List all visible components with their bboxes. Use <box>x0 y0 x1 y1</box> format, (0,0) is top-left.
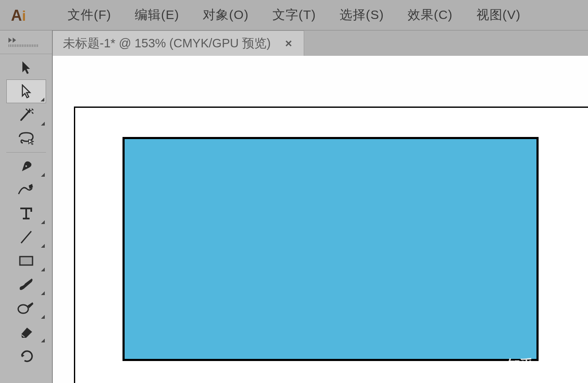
watermark: 知乎 @亲和 <box>507 356 580 375</box>
type-tool-icon <box>19 206 34 221</box>
svg-text:i: i <box>22 8 26 24</box>
paintbrush-tool[interactable] <box>6 273 46 296</box>
magic-wand-tool-icon <box>18 107 35 123</box>
menu-effect[interactable]: 效果(C) <box>396 6 465 24</box>
watermark-logo: 知乎 <box>507 356 533 375</box>
menu-bar: A i 文件(F) 编辑(E) 对象(O) 文字(T) 选择(S) 效果(C) … <box>0 0 588 30</box>
toolbar <box>0 30 53 383</box>
rotate-tool-icon <box>18 348 35 363</box>
menu-file[interactable]: 文件(F) <box>56 6 123 24</box>
menu-edit[interactable]: 编辑(E) <box>123 6 191 24</box>
svg-line-3 <box>21 231 31 243</box>
canvas[interactable] <box>53 56 588 383</box>
toolbar-expand-button[interactable] <box>8 38 16 43</box>
shaper-tool[interactable] <box>6 296 46 320</box>
direct-selection-tool[interactable] <box>6 79 46 103</box>
svg-text:A: A <box>11 7 22 24</box>
lasso-tool[interactable] <box>6 127 46 150</box>
curvature-tool[interactable] <box>6 178 46 202</box>
selection-tool[interactable] <box>6 56 46 79</box>
menu-select[interactable]: 选择(S) <box>328 6 396 24</box>
shaper-tool-icon <box>17 301 35 316</box>
rectangle-tool[interactable] <box>6 249 46 273</box>
selection-tool-icon <box>20 60 33 75</box>
svg-point-5 <box>18 305 28 313</box>
pen-tool[interactable] <box>6 154 46 178</box>
svg-rect-4 <box>20 257 33 265</box>
menu-type[interactable]: 文字(T) <box>261 6 328 24</box>
document-tab-title: 未标题-1* @ 153% (CMYK/GPU 预览) <box>63 35 271 52</box>
menu-object[interactable]: 对象(O) <box>191 6 260 24</box>
close-tab-button[interactable]: × <box>283 35 294 52</box>
eraser-tool-icon <box>18 324 35 339</box>
paintbrush-tool-icon <box>17 277 35 292</box>
svg-point-2 <box>25 165 27 167</box>
direct-selection-tool-icon <box>20 84 33 98</box>
rectangle-tool-icon <box>18 254 34 268</box>
magic-wand-tool[interactable] <box>6 103 46 127</box>
app-logo: A i <box>5 3 35 28</box>
rotate-tool[interactable] <box>6 344 46 367</box>
menu-view[interactable]: 视图(V) <box>465 6 533 24</box>
ai-logo-icon: A i <box>10 5 30 25</box>
document-tab[interactable]: 未标题-1* @ 153% (CMYK/GPU 预览) × <box>53 30 304 56</box>
line-segment-tool[interactable] <box>6 225 46 249</box>
document-tab-bar: 未标题-1* @ 153% (CMYK/GPU 预览) × <box>53 30 588 56</box>
line-segment-tool-icon <box>19 229 34 246</box>
toolbar-header <box>0 30 52 54</box>
pen-tool-icon <box>19 158 34 175</box>
lasso-tool-icon <box>17 131 35 146</box>
type-tool[interactable] <box>6 202 46 225</box>
rectangle-shape[interactable] <box>122 137 539 361</box>
eraser-tool[interactable] <box>6 320 46 344</box>
toolbar-drag-handle[interactable] <box>8 44 38 47</box>
watermark-text: @亲和 <box>539 357 580 374</box>
curvature-tool-icon <box>17 182 35 197</box>
